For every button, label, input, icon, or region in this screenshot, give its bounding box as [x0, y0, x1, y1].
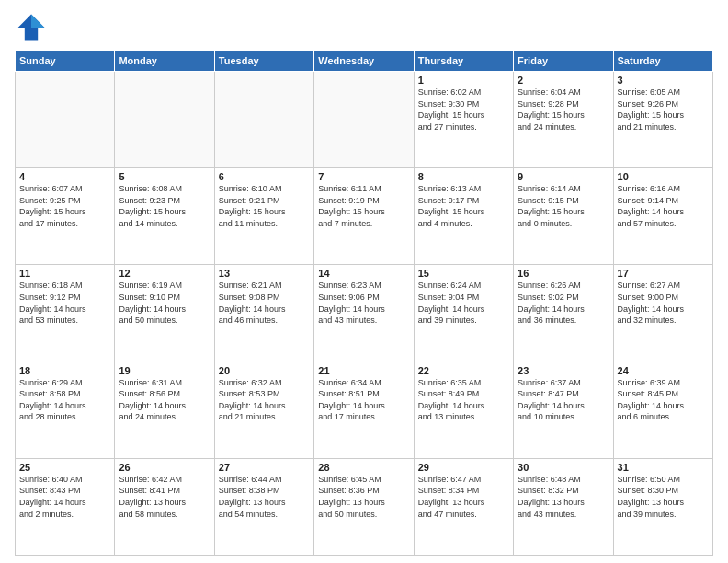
- calendar-cell: 28Sunrise: 6:45 AM Sunset: 8:36 PM Dayli…: [314, 458, 414, 555]
- day-number: 7: [318, 171, 409, 182]
- calendar-cell: 16Sunrise: 6:26 AM Sunset: 9:02 PM Dayli…: [514, 265, 613, 362]
- col-header-thursday: Thursday: [414, 51, 513, 72]
- day-info: Sunrise: 6:14 AM Sunset: 9:15 PM Dayligh…: [518, 183, 609, 229]
- day-number: 13: [219, 268, 310, 279]
- day-info: Sunrise: 6:08 AM Sunset: 9:23 PM Dayligh…: [119, 183, 210, 229]
- day-info: Sunrise: 6:10 AM Sunset: 9:21 PM Dayligh…: [219, 183, 310, 229]
- calendar-cell: 7Sunrise: 6:11 AM Sunset: 9:19 PM Daylig…: [314, 168, 414, 265]
- calendar-cell: 2Sunrise: 6:04 AM Sunset: 9:28 PM Daylig…: [514, 72, 613, 168]
- header: [15, 11, 713, 44]
- day-number: 25: [19, 462, 110, 473]
- day-number: 6: [219, 171, 310, 182]
- day-info: Sunrise: 6:35 AM Sunset: 8:49 PM Dayligh…: [418, 377, 509, 423]
- col-header-saturday: Saturday: [613, 51, 712, 72]
- calendar-cell: 12Sunrise: 6:19 AM Sunset: 9:10 PM Dayli…: [115, 265, 214, 362]
- day-number: 29: [418, 462, 509, 473]
- col-header-friday: Friday: [514, 51, 613, 72]
- day-number: 9: [518, 171, 609, 182]
- calendar-cell: 24Sunrise: 6:39 AM Sunset: 8:45 PM Dayli…: [613, 362, 712, 458]
- calendar-cell: 21Sunrise: 6:34 AM Sunset: 8:51 PM Dayli…: [314, 362, 414, 458]
- day-number: 24: [618, 365, 709, 376]
- day-info: Sunrise: 6:27 AM Sunset: 9:00 PM Dayligh…: [618, 280, 709, 326]
- day-number: 31: [618, 462, 709, 473]
- day-info: Sunrise: 6:34 AM Sunset: 8:51 PM Dayligh…: [318, 377, 409, 423]
- day-number: 2: [518, 75, 609, 86]
- calendar-week-4: 25Sunrise: 6:40 AM Sunset: 8:43 PM Dayli…: [16, 458, 713, 555]
- day-number: 22: [418, 365, 509, 376]
- page: SundayMondayTuesdayWednesdayThursdayFrid…: [0, 0, 728, 563]
- day-info: Sunrise: 6:23 AM Sunset: 9:06 PM Dayligh…: [318, 280, 409, 326]
- calendar-cell: [115, 72, 214, 168]
- col-header-wednesday: Wednesday: [314, 51, 414, 72]
- day-info: Sunrise: 6:24 AM Sunset: 9:04 PM Dayligh…: [418, 280, 509, 326]
- day-number: 4: [19, 171, 110, 182]
- calendar-cell: 26Sunrise: 6:42 AM Sunset: 8:41 PM Dayli…: [115, 458, 214, 555]
- col-header-sunday: Sunday: [16, 51, 115, 72]
- calendar-cell: 14Sunrise: 6:23 AM Sunset: 9:06 PM Dayli…: [314, 265, 414, 362]
- day-number: 23: [518, 365, 609, 376]
- day-info: Sunrise: 6:26 AM Sunset: 9:02 PM Dayligh…: [518, 280, 609, 326]
- calendar-cell: 1Sunrise: 6:02 AM Sunset: 9:30 PM Daylig…: [414, 72, 513, 168]
- header-row: SundayMondayTuesdayWednesdayThursdayFrid…: [16, 51, 713, 72]
- day-info: Sunrise: 6:19 AM Sunset: 9:10 PM Dayligh…: [119, 280, 210, 326]
- day-info: Sunrise: 6:04 AM Sunset: 9:28 PM Dayligh…: [518, 86, 609, 132]
- calendar-cell: 11Sunrise: 6:18 AM Sunset: 9:12 PM Dayli…: [16, 265, 115, 362]
- day-number: 1: [418, 75, 509, 86]
- day-number: 20: [219, 365, 310, 376]
- day-info: Sunrise: 6:13 AM Sunset: 9:17 PM Dayligh…: [418, 183, 509, 229]
- calendar-cell: 17Sunrise: 6:27 AM Sunset: 9:00 PM Dayli…: [613, 265, 712, 362]
- calendar-cell: 13Sunrise: 6:21 AM Sunset: 9:08 PM Dayli…: [214, 265, 313, 362]
- day-info: Sunrise: 6:47 AM Sunset: 8:34 PM Dayligh…: [418, 474, 509, 520]
- calendar-cell: 22Sunrise: 6:35 AM Sunset: 8:49 PM Dayli…: [414, 362, 513, 458]
- day-info: Sunrise: 6:16 AM Sunset: 9:14 PM Dayligh…: [618, 183, 709, 229]
- calendar-cell: 6Sunrise: 6:10 AM Sunset: 9:21 PM Daylig…: [214, 168, 313, 265]
- day-number: 21: [318, 365, 409, 376]
- calendar-cell: 8Sunrise: 6:13 AM Sunset: 9:17 PM Daylig…: [414, 168, 513, 265]
- calendar-cell: 29Sunrise: 6:47 AM Sunset: 8:34 PM Dayli…: [414, 458, 513, 555]
- day-number: 8: [418, 171, 509, 182]
- day-info: Sunrise: 6:31 AM Sunset: 8:56 PM Dayligh…: [119, 377, 210, 423]
- calendar-header: SundayMondayTuesdayWednesdayThursdayFrid…: [16, 51, 713, 72]
- svg-marker-1: [31, 15, 44, 28]
- calendar-week-2: 11Sunrise: 6:18 AM Sunset: 9:12 PM Dayli…: [16, 265, 713, 362]
- day-number: 10: [618, 171, 709, 182]
- day-info: Sunrise: 6:48 AM Sunset: 8:32 PM Dayligh…: [518, 474, 609, 520]
- day-info: Sunrise: 6:11 AM Sunset: 9:19 PM Dayligh…: [318, 183, 409, 229]
- day-info: Sunrise: 6:45 AM Sunset: 8:36 PM Dayligh…: [318, 474, 409, 520]
- calendar-cell: [16, 72, 115, 168]
- col-header-tuesday: Tuesday: [214, 51, 313, 72]
- calendar-body: 1Sunrise: 6:02 AM Sunset: 9:30 PM Daylig…: [16, 72, 713, 556]
- calendar-cell: [214, 72, 313, 168]
- day-number: 12: [119, 268, 210, 279]
- day-info: Sunrise: 6:32 AM Sunset: 8:53 PM Dayligh…: [219, 377, 310, 423]
- day-number: 27: [219, 462, 310, 473]
- day-info: Sunrise: 6:18 AM Sunset: 9:12 PM Dayligh…: [19, 280, 110, 326]
- day-number: 16: [518, 268, 609, 279]
- calendar-cell: 3Sunrise: 6:05 AM Sunset: 9:26 PM Daylig…: [613, 72, 712, 168]
- calendar: SundayMondayTuesdayWednesdayThursdayFrid…: [15, 50, 713, 556]
- day-number: 11: [19, 268, 110, 279]
- calendar-week-0: 1Sunrise: 6:02 AM Sunset: 9:30 PM Daylig…: [16, 72, 713, 168]
- day-info: Sunrise: 6:42 AM Sunset: 8:41 PM Dayligh…: [119, 474, 210, 520]
- calendar-cell: 18Sunrise: 6:29 AM Sunset: 8:58 PM Dayli…: [16, 362, 115, 458]
- day-number: 26: [119, 462, 210, 473]
- calendar-week-1: 4Sunrise: 6:07 AM Sunset: 9:25 PM Daylig…: [16, 168, 713, 265]
- calendar-cell: 9Sunrise: 6:14 AM Sunset: 9:15 PM Daylig…: [514, 168, 613, 265]
- day-number: 19: [119, 365, 210, 376]
- day-info: Sunrise: 6:39 AM Sunset: 8:45 PM Dayligh…: [618, 377, 709, 423]
- day-number: 17: [618, 268, 709, 279]
- calendar-cell: 10Sunrise: 6:16 AM Sunset: 9:14 PM Dayli…: [613, 168, 712, 265]
- day-info: Sunrise: 6:02 AM Sunset: 9:30 PM Dayligh…: [418, 86, 509, 132]
- calendar-cell: 31Sunrise: 6:50 AM Sunset: 8:30 PM Dayli…: [613, 458, 712, 555]
- calendar-cell: 19Sunrise: 6:31 AM Sunset: 8:56 PM Dayli…: [115, 362, 214, 458]
- day-number: 18: [19, 365, 110, 376]
- day-info: Sunrise: 6:50 AM Sunset: 8:30 PM Dayligh…: [618, 474, 709, 520]
- calendar-cell: 25Sunrise: 6:40 AM Sunset: 8:43 PM Dayli…: [16, 458, 115, 555]
- day-number: 30: [518, 462, 609, 473]
- day-number: 28: [318, 462, 409, 473]
- day-number: 14: [318, 268, 409, 279]
- calendar-cell: 23Sunrise: 6:37 AM Sunset: 8:47 PM Dayli…: [514, 362, 613, 458]
- calendar-cell: 5Sunrise: 6:08 AM Sunset: 9:23 PM Daylig…: [115, 168, 214, 265]
- calendar-cell: [314, 72, 414, 168]
- calendar-cell: 4Sunrise: 6:07 AM Sunset: 9:25 PM Daylig…: [16, 168, 115, 265]
